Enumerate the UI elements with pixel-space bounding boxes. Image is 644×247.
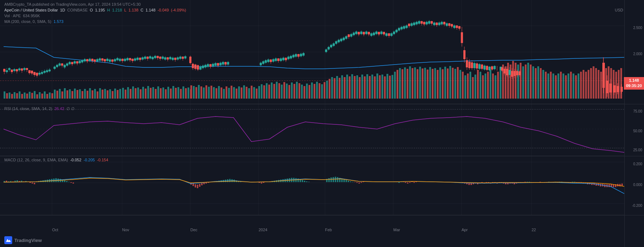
svg-rect-407 xyxy=(172,58,174,60)
svg-rect-551 xyxy=(406,25,408,28)
svg-rect-212 xyxy=(467,73,469,99)
svg-rect-617 xyxy=(488,67,491,70)
svg-rect-327 xyxy=(71,62,73,64)
ticker-exchange: COINBASE xyxy=(67,8,88,12)
axis-bottom-dec: Dec xyxy=(190,228,198,232)
ticker-name: ApeCoin / United States Dollar xyxy=(4,8,58,12)
svg-rect-53 xyxy=(69,89,71,99)
svg-rect-62 xyxy=(92,90,93,99)
svg-rect-335 xyxy=(81,60,83,62)
macd-val: -0.052 xyxy=(70,158,81,162)
tradingview-icon xyxy=(4,236,12,244)
svg-rect-99 xyxy=(185,88,187,99)
svg-rect-435 xyxy=(209,64,212,67)
svg-rect-457 xyxy=(267,60,269,62)
svg-rect-305 xyxy=(41,72,43,74)
svg-rect-760 xyxy=(409,182,411,183)
svg-rect-557 xyxy=(413,23,415,25)
svg-rect-459 xyxy=(270,60,272,62)
svg-rect-260 xyxy=(588,70,589,99)
svg-rect-154 xyxy=(321,84,323,99)
svg-rect-124 xyxy=(246,87,247,99)
svg-rect-525 xyxy=(373,33,375,35)
svg-rect-35 xyxy=(24,92,26,99)
svg-rect-43 xyxy=(44,91,46,99)
svg-rect-367 xyxy=(121,59,124,61)
svg-rect-178 xyxy=(381,75,383,99)
svg-rect-750 xyxy=(358,182,360,184)
svg-rect-85 xyxy=(150,88,152,99)
svg-rect-445 xyxy=(222,62,224,65)
svg-rect-254 xyxy=(573,73,574,99)
svg-rect-177 xyxy=(379,75,381,99)
svg-rect-55 xyxy=(74,89,76,99)
svg-rect-214 xyxy=(472,77,474,99)
svg-rect-213 xyxy=(469,72,471,99)
svg-rect-309 xyxy=(46,70,48,72)
svg-rect-341 xyxy=(89,59,91,61)
svg-rect-175 xyxy=(374,76,376,99)
svg-rect-451 xyxy=(260,63,262,65)
svg-rect-158 xyxy=(331,77,333,99)
svg-rect-160 xyxy=(336,76,338,99)
svg-rect-666 xyxy=(29,182,31,183)
svg-rect-585 xyxy=(448,23,450,26)
svg-rect-221 xyxy=(490,70,491,99)
svg-rect-125 xyxy=(248,88,250,99)
svg-rect-513 xyxy=(358,32,360,34)
svg-rect-247 xyxy=(555,75,557,99)
svg-rect-279 xyxy=(8,68,10,70)
svg-rect-391 xyxy=(152,57,154,59)
svg-rect-712 xyxy=(261,182,262,184)
svg-rect-579 xyxy=(441,22,443,24)
axis-bottom-22: 22 xyxy=(532,228,536,232)
svg-rect-144 xyxy=(296,82,298,99)
svg-rect-748 xyxy=(354,182,356,182)
svg-rect-82 xyxy=(142,87,144,99)
svg-rect-31 xyxy=(14,92,15,99)
svg-rect-168 xyxy=(356,75,358,99)
axis-right-2000: 2.000 xyxy=(633,52,642,56)
svg-rect-72 xyxy=(117,90,119,99)
svg-rect-475 xyxy=(290,56,292,58)
axis-bottom-2024: 2024 xyxy=(259,228,267,232)
axis-right-macd-02: 0.200 xyxy=(633,162,642,166)
svg-rect-737 xyxy=(330,177,332,182)
svg-rect-174 xyxy=(371,75,373,99)
svg-rect-747 xyxy=(352,182,353,182)
svg-rect-607 xyxy=(476,63,478,68)
ma-value: 1.573 xyxy=(54,19,64,24)
svg-rect-291 xyxy=(23,68,26,70)
svg-rect-163 xyxy=(344,77,346,99)
svg-rect-321 xyxy=(64,65,66,67)
svg-rect-176 xyxy=(376,73,378,99)
svg-rect-689 xyxy=(195,184,196,187)
svg-rect-535 xyxy=(385,33,388,36)
svg-rect-303 xyxy=(38,73,41,75)
svg-rect-433 xyxy=(207,64,209,67)
svg-rect-489 xyxy=(328,47,330,49)
svg-rect-235 xyxy=(525,65,527,99)
svg-rect-651 xyxy=(620,87,623,92)
svg-rect-30 xyxy=(11,94,13,99)
svg-rect-325 xyxy=(69,62,71,64)
axis-right-macd-0: 0.000 xyxy=(633,183,642,187)
svg-rect-141 xyxy=(288,85,290,99)
svg-rect-211 xyxy=(464,75,466,99)
svg-rect-166 xyxy=(351,74,353,99)
svg-rect-129 xyxy=(258,86,260,99)
svg-rect-815 xyxy=(572,182,573,182)
svg-rect-759 xyxy=(407,182,408,184)
svg-rect-147 xyxy=(304,86,305,99)
svg-rect-167 xyxy=(354,76,356,99)
usd-label: USD xyxy=(615,8,623,12)
svg-rect-361 xyxy=(114,59,116,61)
main-rsi-divider xyxy=(0,104,644,104)
svg-rect-317 xyxy=(59,63,61,66)
svg-rect-229 xyxy=(510,65,511,99)
svg-rect-100 xyxy=(187,87,189,99)
svg-rect-126 xyxy=(251,86,252,99)
svg-rect-599 xyxy=(466,60,468,67)
price-label-box: 1.148 09:35:20 xyxy=(624,77,644,90)
svg-rect-51 xyxy=(64,88,66,99)
